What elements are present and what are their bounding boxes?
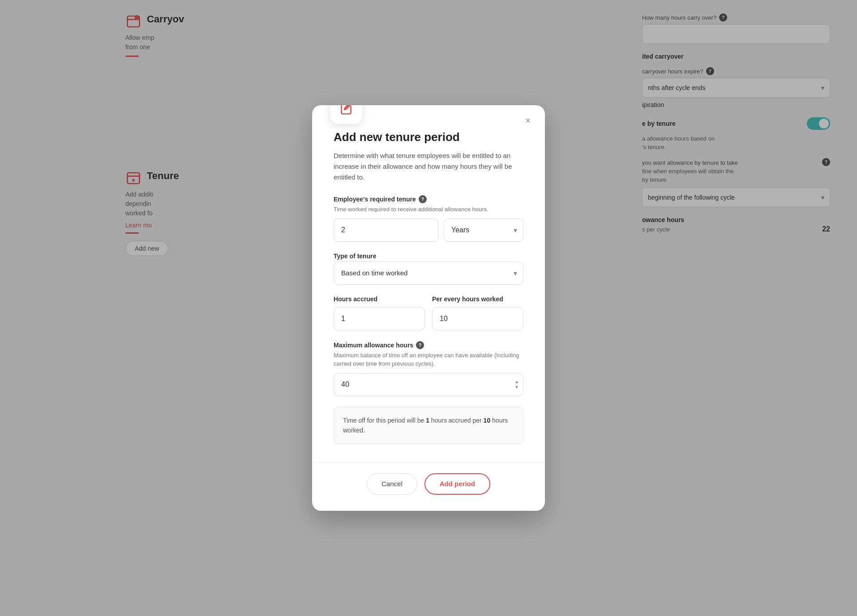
modal-body: Add new tenure period Determine with wha… <box>312 105 545 462</box>
modal-description: Determine with what tenure employees wil… <box>334 150 523 183</box>
modal-icon-container <box>330 105 362 124</box>
modal-title: Add new tenure period <box>334 130 523 144</box>
max-allowance-help-icon[interactable]: ? <box>416 341 424 349</box>
max-allowance-group: Maximum allowance hours ? Maximum balanc… <box>334 341 523 396</box>
max-allowance-input[interactable] <box>334 373 523 396</box>
tenure-field-group: Employee's required tenure ? Time worked… <box>334 195 523 242</box>
hours-accrued-input[interactable] <box>334 307 425 330</box>
max-allowance-stepper: ▲ ▼ <box>514 380 519 389</box>
per-hours-label: Per every hours worked <box>432 295 523 303</box>
max-allowance-label: Maximum allowance hours ? <box>334 341 523 349</box>
tenure-number-input[interactable] <box>334 218 438 242</box>
hours-row: Hours accrued Per every hours worked <box>334 295 523 330</box>
info-box-text: Time off for this period will be 1 hours… <box>343 415 514 436</box>
add-period-button[interactable]: Add period <box>424 473 490 495</box>
tenure-help-icon[interactable]: ? <box>419 195 427 203</box>
cancel-button[interactable]: Cancel <box>367 473 417 495</box>
modal-footer: Cancel Add period <box>312 462 545 511</box>
tenure-input-row: Years Months Days ▾ <box>334 218 523 242</box>
tenure-label: Employee's required tenure ? <box>334 195 523 203</box>
stepper-down[interactable]: ▼ <box>514 385 519 389</box>
stepper-up[interactable]: ▲ <box>514 380 519 384</box>
per-hours-col: Per every hours worked <box>432 295 523 330</box>
hours-accrued-label: Hours accrued <box>334 295 425 303</box>
hours-accrued-col: Hours accrued <box>334 295 425 330</box>
modal-dialog: × Add new tenure period Determine with w… <box>312 105 545 510</box>
tenure-unit-select-wrap: Years Months Days ▾ <box>444 218 523 242</box>
tenure-unit-select[interactable]: Years Months Days <box>444 218 523 242</box>
max-allowance-sublabel: Maximum balance of time off an employee … <box>334 351 523 368</box>
max-allowance-input-wrap: ▲ ▼ <box>334 373 523 396</box>
modal-overlay: × Add new tenure period Determine with w… <box>0 0 857 616</box>
document-edit-icon <box>338 105 354 116</box>
close-button[interactable]: × <box>521 113 535 128</box>
type-select[interactable]: Based on time worked Based on hire date <box>334 261 523 285</box>
type-label: Type of tenure <box>334 252 523 260</box>
type-select-wrap: Based on time worked Based on hire date … <box>334 261 523 285</box>
tenure-sublabel: Time worked required to receive addition… <box>334 205 523 214</box>
info-box: Time off for this period will be 1 hours… <box>334 407 523 444</box>
type-field-group: Type of tenure Based on time worked Base… <box>334 252 523 285</box>
per-hours-input[interactable] <box>432 307 523 330</box>
